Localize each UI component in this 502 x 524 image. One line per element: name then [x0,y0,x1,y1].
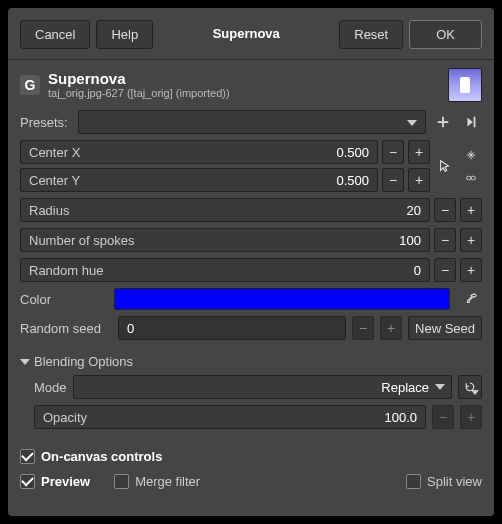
center-y-plus[interactable]: + [408,168,430,192]
preview-checkbox[interactable] [20,474,35,489]
on-canvas-checkbox[interactable] [20,449,35,464]
filter-name: Supernova [48,71,440,88]
random-seed-label: Random seed [20,321,112,336]
eyedropper-icon[interactable] [460,288,482,310]
merge-filter-label: Merge filter [135,474,200,489]
presets-label: Presets: [20,115,72,130]
pointer-tool-icon[interactable] [436,156,454,176]
random-hue-minus[interactable]: − [434,258,456,282]
center-x-minus[interactable]: − [382,140,404,164]
random-hue-input[interactable]: Random hue 0 [20,258,430,282]
split-view-label: Split view [427,474,482,489]
center-x-plus[interactable]: + [408,140,430,164]
radius-input[interactable]: Radius 20 [20,198,430,222]
color-label: Color [20,292,104,307]
preset-menu-icon[interactable] [460,111,482,133]
dialog-title: Supernova [203,20,290,49]
reset-button[interactable]: Reset [339,20,403,49]
center-y-input[interactable]: Center Y 0.500 [20,168,378,192]
svg-rect-2 [471,176,475,180]
preset-add-icon[interactable] [432,111,454,133]
seed-minus[interactable]: − [352,316,374,340]
button-bar: Cancel Help Supernova Reset OK [8,8,494,60]
opacity-input[interactable]: Opacity 100.0 [34,405,426,429]
mode-reset-icon[interactable] [458,375,482,399]
gimp-icon: G [20,75,40,95]
center-x-input[interactable]: Center X 0.500 [20,140,378,164]
spokes-minus[interactable]: − [434,228,456,252]
mode-combo[interactable]: Replace [73,375,452,399]
cancel-button[interactable]: Cancel [20,20,90,49]
radius-plus[interactable]: + [460,198,482,222]
seed-plus[interactable]: + [380,316,402,340]
random-hue-plus[interactable]: + [460,258,482,282]
radius-minus[interactable]: − [434,198,456,222]
presets-row: Presets: [20,110,482,134]
center-y-minus[interactable]: − [382,168,404,192]
presets-combo[interactable] [78,110,426,134]
svg-rect-0 [474,117,476,128]
color-swatch[interactable] [114,288,450,310]
new-seed-button[interactable]: New Seed [408,316,482,340]
merge-filter-checkbox[interactable] [114,474,129,489]
ok-button[interactable]: OK [409,20,482,49]
on-canvas-label: On-canvas controls [41,449,162,464]
chevron-down-icon [435,384,445,390]
filter-dialog: Cancel Help Supernova Reset OK G Superno… [8,8,494,516]
split-view-checkbox[interactable] [406,474,421,489]
header: G Supernova taj_orig.jpg-627 ([taj_orig]… [8,60,494,106]
link-icon[interactable] [462,168,480,188]
svg-rect-1 [467,176,471,180]
chevron-down-icon [20,359,30,365]
opacity-plus[interactable]: + [460,405,482,429]
spokes-input[interactable]: Number of spokes 100 [20,228,430,252]
spokes-plus[interactable]: + [460,228,482,252]
preview-label: Preview [41,474,90,489]
image-subtitle: taj_orig.jpg-627 ([taj_orig] (imported)) [48,87,440,99]
units-toggle-icon[interactable] [462,145,480,165]
image-thumbnail[interactable] [448,68,482,102]
help-button[interactable]: Help [96,20,153,49]
random-seed-input[interactable]: 0 [118,316,346,340]
mode-label: Mode [34,380,67,395]
blending-header[interactable]: Blending Options [20,354,482,369]
opacity-minus[interactable]: − [432,405,454,429]
